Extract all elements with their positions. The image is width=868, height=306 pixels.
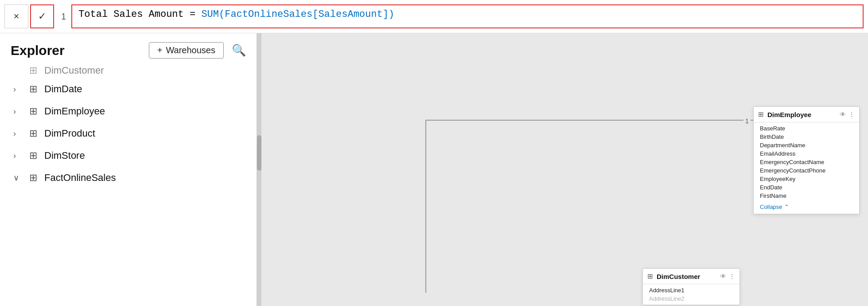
canvas-area: 1 ⊞ DimEmployee 👁 ⋮ BaseRate BirthDate D…	[257, 33, 868, 306]
add-icon: +	[157, 45, 163, 55]
card-collapse-button[interactable]: Collapse ⌃	[754, 202, 859, 214]
table-icon: ⊞	[29, 106, 37, 117]
card-header: ⊞ DimEmployee 👁 ⋮	[754, 107, 859, 122]
sidebar-item-dimcustomer-partial[interactable]: ⊞ DimCustomer	[0, 63, 257, 78]
table-card-icon: ⊞	[647, 272, 653, 280]
table-field: BaseRate	[754, 124, 859, 133]
connection-line-h	[425, 120, 762, 121]
item-label: DimCustomer	[44, 65, 104, 76]
sidebar-list: ⊞ DimCustomer › ⊞ DimDate › ⊞ DimEmploye…	[0, 63, 257, 306]
item-label: FactOnlineSales	[44, 172, 116, 184]
table-field: FirstName	[754, 192, 859, 200]
sidebar-item-dimproduct[interactable]: › ⊞ DimProduct	[0, 122, 257, 145]
card-fields: AddressLine1 AddressLine2	[643, 284, 740, 305]
sidebar-item-dimstore[interactable]: › ⊞ DimStore	[0, 145, 257, 167]
sidebar-title: Explorer	[11, 43, 65, 58]
formula-input[interactable]: Total Sales Amount = SUM(FactOnlineSales…	[71, 4, 864, 28]
line-number: 1	[54, 12, 71, 22]
table-field: BirthDate	[754, 133, 859, 141]
table-icon: ⊞	[29, 128, 37, 139]
table-field: EmployeeKey	[754, 175, 859, 183]
formula-text-function: SUM(FactOnlineSales[SalesAmount])	[201, 9, 394, 20]
sidebar-item-factonlinesales[interactable]: ∨ ⊞ FactOnlineSales	[0, 167, 257, 189]
search-icon: 🔍	[232, 43, 246, 57]
sidebar-actions: + Warehouses 🔍	[149, 42, 246, 59]
table-icon: ⊞	[29, 65, 37, 76]
table-field: EmailAddress	[754, 149, 859, 158]
table-field: DepartmentName	[754, 141, 859, 149]
connection-label: 1	[743, 118, 751, 125]
warehouses-label: Warehouses	[166, 45, 215, 55]
sidebar-item-dimemployee[interactable]: › ⊞ DimEmployee	[0, 100, 257, 122]
connection-line-v	[425, 120, 426, 293]
table-field: EndDate	[754, 183, 859, 192]
dim-employee-card: ⊞ DimEmployee 👁 ⋮ BaseRate BirthDate Dep…	[753, 106, 860, 214]
dim-customer-card: ⊞ DimCustomer 👁 ⋮ AddressLine1 AddressLi…	[642, 268, 740, 305]
search-button[interactable]: 🔍	[232, 43, 246, 57]
chevron-icon: ›	[13, 129, 22, 138]
item-label: DimProduct	[44, 128, 95, 139]
cancel-button[interactable]: ×	[4, 4, 28, 28]
collapse-label: Collapse	[760, 204, 782, 210]
chevron-icon: ›	[13, 107, 22, 116]
item-label: DimDate	[44, 83, 82, 95]
formula-text-static: Total Sales Amount =	[78, 9, 201, 20]
warehouses-button[interactable]: + Warehouses	[149, 42, 224, 59]
sidebar-scrollbar-thumb[interactable]	[257, 135, 261, 171]
confirm-icon: ✓	[38, 11, 46, 22]
card-eye-icon[interactable]: 👁	[840, 111, 846, 118]
confirm-button[interactable]: ✓	[30, 4, 54, 28]
table-icon: ⊞	[29, 172, 37, 184]
sidebar: Explorer + Warehouses 🔍 ⊞ DimCustomer ›	[0, 33, 257, 306]
card-title: DimCustomer	[657, 273, 716, 280]
sidebar-scrollbar[interactable]	[257, 33, 261, 306]
chevron-icon: ∨	[13, 173, 22, 183]
table-field: AddressLine2	[643, 294, 740, 303]
chevron-icon: ›	[13, 85, 22, 94]
item-label: DimStore	[44, 150, 85, 161]
table-field: AddressLine1	[643, 286, 740, 294]
table-icon: ⊞	[29, 83, 37, 95]
sidebar-header: Explorer + Warehouses 🔍	[0, 33, 257, 63]
card-title: DimEmployee	[767, 111, 836, 118]
table-field: EmergencyContactPhone	[754, 166, 859, 175]
card-actions: 👁 ⋮	[720, 273, 735, 280]
card-more-icon[interactable]: ⋮	[729, 273, 735, 280]
card-eye-icon[interactable]: 👁	[720, 273, 726, 280]
formula-bar: × ✓ 1 Total Sales Amount = SUM(FactOnlin…	[0, 0, 868, 33]
card-header: ⊞ DimCustomer 👁 ⋮	[643, 269, 740, 284]
table-icon: ⊞	[29, 150, 37, 161]
collapse-chevron-icon: ⌃	[784, 204, 789, 210]
card-fields: BaseRate BirthDate DepartmentName EmailA…	[754, 122, 859, 202]
table-card-icon: ⊞	[758, 110, 764, 118]
chevron-icon: ›	[13, 151, 22, 161]
main-area: Explorer + Warehouses 🔍 ⊞ DimCustomer ›	[0, 33, 868, 306]
cancel-icon: ×	[14, 11, 19, 22]
sidebar-item-dimdate[interactable]: › ⊞ DimDate	[0, 78, 257, 100]
table-field: EmergencyContactName	[754, 158, 859, 166]
card-more-icon[interactable]: ⋮	[849, 111, 855, 118]
item-label: DimEmployee	[44, 106, 105, 117]
card-actions: 👁 ⋮	[840, 111, 855, 118]
